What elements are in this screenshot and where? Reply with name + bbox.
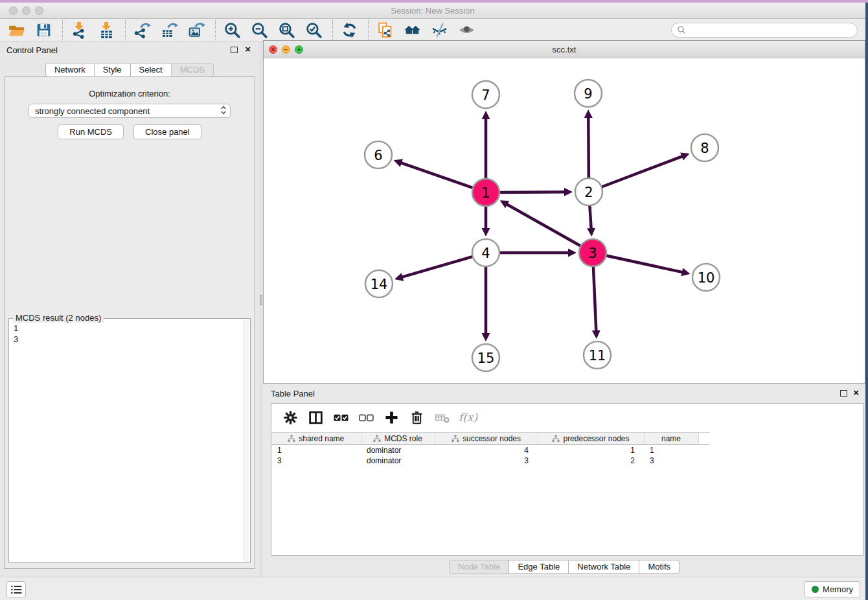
network-window-title: scc.txt <box>264 45 865 54</box>
task-history-button[interactable] <box>6 581 26 597</box>
graph-edge-2-3[interactable] <box>589 204 591 229</box>
export-table-icon[interactable] <box>159 20 179 40</box>
refresh-icon[interactable] <box>339 20 359 40</box>
close-panel-button[interactable]: Close panel <box>133 124 201 139</box>
table-row[interactable]: 1dominator411 <box>271 445 710 456</box>
float-panel-icon[interactable] <box>840 390 847 397</box>
graph-edge-2-8[interactable] <box>600 156 683 187</box>
graph-node-label-3: 3 <box>588 246 597 261</box>
optimization-criterion-label: Optimization criterion: <box>5 89 255 98</box>
memory-status-icon <box>812 586 819 593</box>
graph-edge-arrowhead <box>482 228 490 237</box>
column-header-successor-nodes[interactable]: successor nodes <box>435 433 538 445</box>
search-icon <box>676 25 687 35</box>
mcds-panel: Optimization criterion: strongly connect… <box>4 76 255 569</box>
app-titlebar: Session: New Session <box>0 3 865 19</box>
criterion-dropdown[interactable]: strongly connected component <box>29 104 231 118</box>
search-box[interactable] <box>671 23 858 38</box>
delete-column-icon[interactable] <box>408 409 425 426</box>
settings-gear-icon[interactable] <box>282 409 299 426</box>
network-graph[interactable]: 7968124314101511 <box>264 58 865 383</box>
graph-node-label-11: 11 <box>589 348 606 363</box>
import-table-icon[interactable] <box>97 20 116 40</box>
graph-node-label-6: 6 <box>374 148 382 163</box>
memory-label: Memory <box>823 584 853 594</box>
import-network-icon[interactable] <box>69 20 89 40</box>
mcds-result-group: MCDS result (2 nodes) 1 3 <box>8 318 251 563</box>
table-panel-title: Table Panel <box>271 389 315 398</box>
tab-style[interactable]: Style <box>94 63 131 77</box>
search-input[interactable] <box>687 24 857 36</box>
toolbar-separator <box>215 20 216 40</box>
desktop-background-right <box>865 3 868 600</box>
tab-network[interactable]: Network <box>45 63 95 77</box>
toolbar-separator <box>332 20 333 40</box>
column-header-name[interactable]: name <box>644 433 698 445</box>
control-panel-tabs: NetworkStyleSelectMCDS <box>0 63 259 77</box>
function-builder-icon: f(x) <box>459 411 477 424</box>
zoom-out-icon[interactable] <box>249 20 269 40</box>
float-panel-icon[interactable] <box>231 47 238 53</box>
graph-node-label-15: 15 <box>477 351 495 366</box>
zoom-in-icon[interactable] <box>222 20 242 40</box>
tab-edge-table[interactable]: Edge Table <box>508 560 569 574</box>
graph-edge-3-10[interactable] <box>605 255 683 272</box>
main-toolbar <box>0 19 865 41</box>
tab-select[interactable]: Select <box>130 63 172 77</box>
graph-node-label-1: 1 <box>481 185 490 201</box>
network-canvas[interactable]: 7968124314101511 <box>264 58 865 383</box>
tab-network-table[interactable]: Network Table <box>568 560 639 574</box>
graph-edge-1-2[interactable] <box>498 192 565 192</box>
table-panel-tabs: Node TableEdge TableNetwork TableMotifs <box>263 560 865 574</box>
graph-edge-3-1[interactable] <box>506 204 582 247</box>
graph-edge-2-9[interactable] <box>588 117 589 179</box>
network-copy-icon[interactable] <box>375 20 394 40</box>
run-mcds-button[interactable]: Run MCDS <box>58 124 124 139</box>
zoom-selected-icon[interactable] <box>304 20 323 40</box>
show-icon[interactable] <box>457 20 476 40</box>
toolbar-separator <box>368 20 369 40</box>
column-header-predecessor-nodes[interactable]: predecessor nodes <box>538 433 644 445</box>
result-scrollbar[interactable] <box>244 319 249 562</box>
hide-icon[interactable] <box>429 20 449 40</box>
graph-edge-4-14[interactable] <box>402 256 474 277</box>
column-header-shared-name[interactable]: shared name <box>271 433 361 445</box>
graph-edge-arrowhead <box>482 333 490 341</box>
export-network-icon[interactable] <box>132 20 152 40</box>
app-title: Session: New Session <box>0 6 865 16</box>
zoom-fit-icon[interactable] <box>277 20 296 40</box>
graph-edge-3-11[interactable] <box>593 265 597 332</box>
graph-edge-arrowhead <box>584 110 593 118</box>
memory-button[interactable]: Memory <box>805 581 860 597</box>
graph-node-label-10: 10 <box>698 270 715 286</box>
graph-edge-arrowhead <box>564 188 573 196</box>
column-header-MCDS-role[interactable]: MCDS role <box>361 433 435 445</box>
column-type-icon <box>552 435 560 443</box>
deselect-all-icon[interactable] <box>358 409 374 426</box>
export-image-icon[interactable] <box>187 20 206 40</box>
graph-node-label-9: 9 <box>584 86 592 102</box>
tab-motifs[interactable]: Motifs <box>639 560 680 574</box>
mcds-result-text[interactable]: 1 3 <box>9 321 242 562</box>
close-panel-icon[interactable]: × <box>245 44 251 54</box>
home-icon[interactable] <box>402 20 422 40</box>
chevron-up-down-icon <box>220 106 227 117</box>
graph-edge-arrowhead <box>587 228 595 237</box>
tab-mcds[interactable]: MCDS <box>171 63 214 77</box>
graph-node-label-4: 4 <box>481 246 490 261</box>
columns-icon[interactable] <box>307 409 324 426</box>
node-table: shared nameMCDS rolesuccessor nodesprede… <box>271 432 710 466</box>
add-column-icon[interactable] <box>383 409 400 426</box>
open-session-icon[interactable] <box>6 20 26 40</box>
control-panel: Control Panel × NetworkStyleSelectMCDS O… <box>0 41 259 577</box>
close-panel-icon[interactable]: × <box>853 387 859 398</box>
graph-edge-arrowhead <box>394 273 404 281</box>
splitter-grip[interactable] <box>260 295 262 305</box>
delete-table-icon <box>433 409 450 426</box>
select-all-icon[interactable] <box>332 409 349 426</box>
save-session-icon[interactable] <box>34 20 53 40</box>
graph-node-label-8: 8 <box>700 141 709 156</box>
graph-edge-1-6[interactable] <box>400 163 474 189</box>
tab-node-table[interactable]: Node Table <box>449 560 510 574</box>
table-row[interactable]: 3dominator323 <box>271 456 710 466</box>
